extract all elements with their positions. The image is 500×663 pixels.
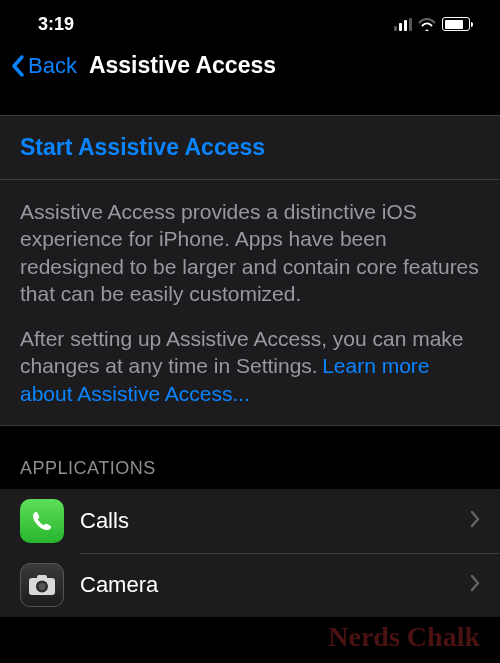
svg-point-3 [39,583,46,590]
navigation-bar: Back Assistive Access [0,44,500,99]
phone-icon [20,499,64,543]
battery-icon [442,17,470,31]
app-row-camera[interactable]: Camera [0,553,500,617]
app-label: Camera [80,572,454,598]
cellular-signal-icon [394,18,412,31]
wifi-icon [418,17,436,31]
chevron-right-icon [470,574,480,596]
svg-rect-1 [37,575,47,580]
status-time: 3:19 [38,14,74,35]
chevron-left-icon [10,54,26,78]
status-bar: 3:19 [0,0,500,44]
applications-section-header: APPLICATIONS [0,426,500,489]
back-label: Back [28,53,77,79]
content-area: Start Assistive Access Assistive Access … [0,115,500,617]
camera-icon [20,563,64,607]
app-row-calls[interactable]: Calls [0,489,500,553]
status-icons [394,17,470,31]
start-label: Start Assistive Access [20,134,480,161]
page-title: Assistive Access [89,52,276,79]
watermark: Nerds Chalk [328,621,480,653]
chevron-right-icon [470,510,480,532]
back-button[interactable]: Back [10,53,77,79]
description-paragraph-1: Assistive Access provides a distinctive … [20,198,480,307]
app-label: Calls [80,508,454,534]
start-assistive-access-button[interactable]: Start Assistive Access [0,115,500,180]
description-block: Assistive Access provides a distinctive … [0,180,500,426]
